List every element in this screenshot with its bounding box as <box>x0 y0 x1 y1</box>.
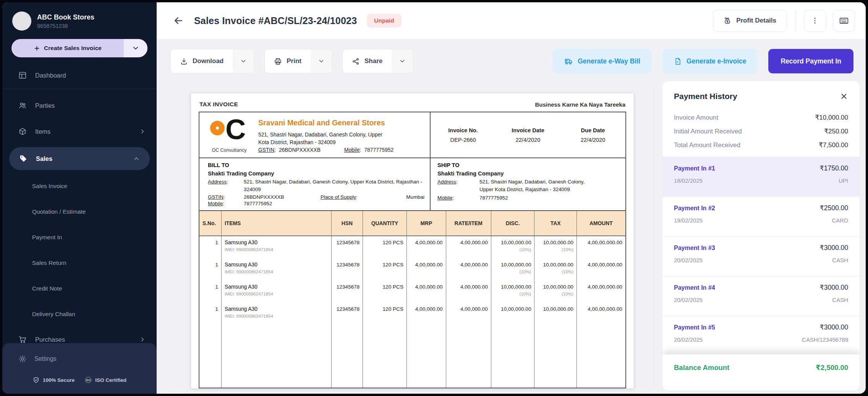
sidebar-item-label: Items <box>35 128 131 135</box>
chevron-right-icon <box>139 336 146 343</box>
generate-eway-bill-button[interactable]: Generate e-Way Bill <box>553 49 652 73</box>
business-profile[interactable]: ABC Book Stores 9658751238 <box>12 11 147 31</box>
more-options-button[interactable] <box>804 10 826 32</box>
iso-icon: ISO <box>84 376 92 384</box>
payment-summary: Invoice Amount ₹10,000.00 Initial Amount… <box>662 103 860 157</box>
payment-history-panel: Payment History Invoice Amount ₹10,000.0… <box>662 81 860 391</box>
sidebar-item-sales-invoice[interactable]: Sales Invoice <box>2 177 157 196</box>
sidebar-item-settings[interactable]: Settings <box>2 350 157 368</box>
dashboard-icon <box>18 71 27 80</box>
back-button[interactable] <box>173 15 184 26</box>
download-button[interactable]: Download <box>170 49 254 73</box>
sidebar-item-items[interactable]: Items <box>2 122 157 141</box>
sidebar-item-sales-return[interactable]: Sales Return <box>2 253 157 273</box>
col-header-mrp: MRP <box>407 211 446 236</box>
profit-details-button[interactable]: Profit Details <box>713 10 787 32</box>
invoice-paper: TAX INVOICE Business Karne Ka Naya Taree… <box>191 93 634 388</box>
col-header-items: ITEMS <box>222 211 332 236</box>
row-item: Samsung A30IMEI: 990000862471854 <box>222 236 332 258</box>
row-amount: 4,00,00,000.00 <box>577 258 625 281</box>
payment-name[interactable]: Payment In #5 <box>674 324 715 331</box>
payment-date: 20/02/2025 <box>674 297 703 303</box>
invoice-no-label: Invoice No. <box>431 127 496 133</box>
page-title: Sales Invoice #ABC/SL/23-24/10023 <box>194 15 357 26</box>
print-button[interactable]: Print <box>264 49 332 73</box>
payment-row-4[interactable]: Payment In #4₹3000.00 20/02/2025CASH <box>662 276 860 316</box>
invoice-no-value: DEP-2660 <box>431 137 496 143</box>
invoice-body: C OC Consultancy Sravani Medical and Gen… <box>199 112 626 388</box>
row-disc: 10,00,000.00(10%) <box>491 281 535 303</box>
row-qty: 120 PCS <box>363 303 407 325</box>
share-dropdown[interactable] <box>392 49 413 73</box>
sidebar-item-dashboard[interactable]: Dashboard <box>2 66 157 85</box>
seller-name: Sravani Medical and General Stores <box>258 118 394 127</box>
payment-amount: ₹3000.00 <box>820 244 848 252</box>
oc-logo-icon: C <box>210 119 248 147</box>
payment-mode: UPI <box>839 177 848 184</box>
share-button[interactable]: Share <box>342 49 413 73</box>
shield-check-icon <box>32 377 40 384</box>
sidebar-item-parties[interactable]: Parties <box>2 96 157 115</box>
close-icon[interactable] <box>840 92 848 101</box>
payment-name[interactable]: Payment In #4 <box>674 284 715 291</box>
record-payment-in-button[interactable]: Record Payment In <box>768 49 853 73</box>
create-sales-invoice-button[interactable]: Create Sales Invoice <box>11 39 147 57</box>
col-header-amount: AMOUNT <box>577 211 625 236</box>
invoice-meta-section: Invoice No. Invoice Date Due Date DEP-26… <box>430 112 625 157</box>
print-dropdown[interactable] <box>311 49 332 73</box>
seller-address-line2: Kota District, Rajasthan - 324009 <box>258 139 394 146</box>
payment-row-5[interactable]: Payment In #5₹3000.00 20/02/2025CASH/123… <box>662 316 860 354</box>
bill-to-gstin-value: 26BDNPXXXXXB <box>244 194 321 200</box>
status-badge-unpaid: Unpaid <box>367 14 402 28</box>
row-amount: 4,00,00,000.00 <box>577 236 625 258</box>
content-row: TAX INVOICE Business Karne Ka Naya Taree… <box>157 73 866 394</box>
sidebar-item-quotation-estimate[interactable]: Quotation / Estimate <box>2 202 157 221</box>
main-area: Sales Invoice #ABC/SL/23-24/10023 Unpaid… <box>157 2 866 394</box>
row-hsn: 12345678 <box>332 303 363 325</box>
payment-row-2[interactable]: Payment In #2₹2500.00 19/02/2025CARD <box>662 197 860 237</box>
col-header-sno: S.No. <box>199 211 222 236</box>
row-amount: 4,00,00,000.00 <box>577 281 625 303</box>
bill-to-address-label: Address <box>208 179 227 185</box>
col-header-rate: RATE/ITEM <box>446 211 491 236</box>
payment-name[interactable]: Payment In #1 <box>674 165 715 172</box>
sidebar-item-payment-in[interactable]: Payment In <box>2 228 157 247</box>
ship-to-name: Shakti Trading Company <box>437 170 620 177</box>
due-date-value: 22/4/2020 <box>560 137 625 143</box>
download-dropdown[interactable] <box>233 49 254 73</box>
keyboard-shortcuts-button[interactable] <box>833 10 855 32</box>
row-rate: 4,00,000.00 <box>446 258 491 281</box>
logo-caption: OC Consultancy <box>212 148 246 153</box>
row-item: Samsung A30IMEI: 990000862471854 <box>222 258 332 281</box>
invoice-amount-label: Invoice Amount <box>674 114 718 122</box>
sales-submenu: Sales Invoice Quotation / Estimate Payme… <box>2 177 157 324</box>
action-toolbar: Download Print Share <box>157 39 866 73</box>
chevron-down-icon <box>132 44 139 52</box>
generate-einvoice-button[interactable]: e Generate e-Invoice <box>662 49 758 73</box>
place-of-supply-label: Place of Supply <box>321 194 356 200</box>
invoice-doc-type: TAX INVOICE <box>199 101 238 108</box>
bill-to-mobile-label: Mobile <box>208 201 223 206</box>
payment-row-3[interactable]: Payment In #3₹3000.00 20/02/2025CASH <box>662 237 860 276</box>
payment-amount: ₹3000.00 <box>820 284 848 292</box>
share-icon <box>352 57 360 65</box>
payment-row-1[interactable]: Payment In #1₹1750.00 18/02/2025UPI <box>662 157 860 197</box>
invoice-date-value: 22/4/2020 <box>496 137 560 143</box>
sidebar-item-delivery-challan[interactable]: Delivery Challan <box>2 305 157 324</box>
ship-to-address-label: Address <box>437 179 456 185</box>
seller-gstin-label: GSTIN <box>258 147 274 153</box>
row-tax: 10,00,000.00(10%) <box>534 258 577 281</box>
ship-to-heading: SHIP TO <box>437 162 620 168</box>
create-sales-invoice-label: Create Sales Invoice <box>44 45 102 52</box>
create-invoice-dropdown[interactable] <box>124 39 147 57</box>
payment-mode: CASH <box>832 257 848 263</box>
sidebar-item-credit-note[interactable]: Credit Note <box>2 279 157 298</box>
page-header: Sales Invoice #ABC/SL/23-24/10023 Unpaid… <box>157 2 866 39</box>
sidebar-item-sales[interactable]: Sales <box>9 147 150 170</box>
sidebar: ABC Book Stores 9658751238 Create Sales … <box>2 2 157 394</box>
company-logo: C OC Consultancy <box>208 118 251 153</box>
payment-name[interactable]: Payment In #3 <box>674 245 715 252</box>
row-amount: 4,00,00,000.00 <box>577 303 625 325</box>
due-date-label: Due Date <box>560 127 625 133</box>
payment-name[interactable]: Payment In #2 <box>674 205 715 212</box>
